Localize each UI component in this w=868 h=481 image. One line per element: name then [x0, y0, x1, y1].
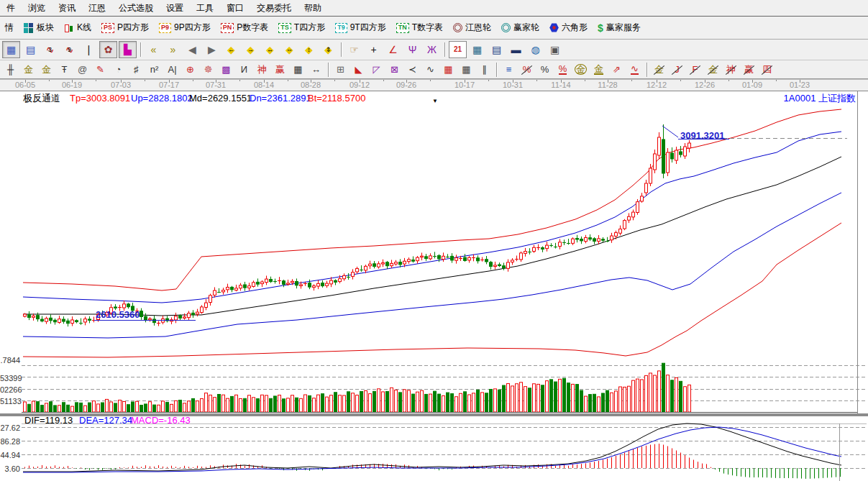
star-cycle-icon[interactable]: ☸: [200, 62, 216, 78]
gann-grid-red-icon[interactable]: ▦: [440, 62, 457, 78]
crosshair-tool-icon[interactable]: +: [365, 41, 383, 58]
x-grid-icon[interactable]: ⊠: [386, 62, 403, 78]
percent-line-icon[interactable]: %: [554, 62, 571, 78]
menu-item-7[interactable]: 窗口: [220, 2, 250, 14]
menu-item-8[interactable]: 交易委托: [250, 2, 298, 14]
quickbar-item-6[interactable]: TST四方形: [273, 22, 330, 34]
wave-3-icon[interactable]: ∿3: [41, 41, 59, 58]
si-angle-icon[interactable]: 四: [759, 62, 775, 78]
angle-measure-icon[interactable]: ∠: [384, 41, 402, 58]
hand-tool-icon[interactable]: ☞: [345, 41, 363, 58]
price-ruler-icon[interactable]: ▦: [290, 62, 306, 78]
expand-all-icon[interactable]: ◆⇕: [319, 41, 337, 58]
go-last-icon[interactable]: »: [164, 41, 182, 58]
menu-item-1[interactable]: 浏览: [22, 2, 52, 14]
compress-horizontal-icon[interactable]: ◆⇔: [280, 41, 298, 58]
gold-gann-2-icon[interactable]: 金: [38, 62, 55, 78]
stat-panel-icon[interactable]: ≡: [501, 62, 517, 78]
fractal-mark-icon[interactable]: И: [236, 62, 252, 78]
quote-list-icon[interactable]: ▤: [22, 41, 40, 58]
mirror-tool-icon[interactable]: A|: [164, 62, 181, 78]
expand-vertical-icon[interactable]: ◆↕: [300, 41, 318, 58]
axis-tick: [513, 80, 513, 83]
parallel-lines-icon[interactable]: ∥: [476, 62, 493, 78]
gold-angle-icon[interactable]: 金: [651, 62, 667, 78]
remote-pc-icon[interactable]: ▣: [546, 41, 564, 58]
ying-square-icon[interactable]: 赢: [272, 62, 288, 78]
page-left-icon[interactable]: ◀: [183, 41, 201, 58]
span-measure-icon[interactable]: ↔: [308, 62, 324, 78]
wave-tool-icon[interactable]: ∿: [626, 62, 643, 78]
chevron-down-icon[interactable]: ▼: [432, 96, 438, 106]
rect-tool-icon[interactable]: ⊞: [332, 62, 349, 78]
quickbar-item-4[interactable]: P99P四方形: [154, 22, 216, 34]
publish-web-icon[interactable]: ◍: [526, 41, 544, 58]
calendar-icon[interactable]: 21: [449, 41, 467, 58]
notepad-icon[interactable]: ▤: [488, 41, 506, 58]
f-angle-icon[interactable]: F: [687, 62, 703, 78]
grid-cross-icon[interactable]: ╫: [2, 62, 19, 78]
menu-item-5[interactable]: 设置: [160, 2, 190, 14]
quickbar-item-8[interactable]: TNT数字表: [391, 22, 448, 34]
quickbar-item-5[interactable]: PNP数字表: [216, 22, 274, 34]
spiral-icon[interactable]: @: [74, 62, 91, 78]
shen-angle-icon[interactable]: 神: [723, 62, 739, 78]
brush-icon[interactable]: ✎: [92, 62, 109, 78]
quickbar-item-1[interactable]: 板块: [19, 22, 59, 34]
indicator-value: Tp=3003.8091: [70, 93, 130, 104]
quickbar-item-2[interactable]: K线: [59, 22, 96, 34]
gold-angle-2-icon[interactable]: 金: [705, 62, 721, 78]
macd-value: DIF=119.13: [24, 416, 73, 426]
quickbar-item-7[interactable]: T99T四方形: [330, 22, 391, 34]
quickbar-item-9[interactable]: 江恩轮: [448, 22, 496, 34]
time-comb-icon[interactable]: ♯: [128, 62, 145, 78]
quickbar-item-10[interactable]: 赢家轮: [496, 22, 544, 34]
menu-item-4[interactable]: 公式选股: [112, 2, 160, 14]
measure-pen-icon[interactable]: ⇗: [608, 62, 625, 78]
gann-clock-icon[interactable]: ◔: [110, 62, 127, 78]
quickbar-item-12[interactable]: $赢家服务: [593, 22, 646, 34]
gann-shape-1-icon[interactable]: Ψ: [403, 41, 421, 58]
go-first-icon[interactable]: «: [145, 41, 163, 58]
volume-style-icon[interactable]: ▙: [119, 41, 137, 58]
shift-left-icon[interactable]: ◆←: [222, 41, 240, 58]
chart-window-icon[interactable]: ▦: [2, 41, 20, 58]
gold-circle-icon[interactable]: 金: [572, 62, 589, 78]
save-icon[interactable]: ▬: [507, 41, 525, 58]
gann-shape-2-icon[interactable]: Ж: [423, 41, 441, 58]
n-square-icon[interactable]: n²: [146, 62, 163, 78]
speed-fan-icon[interactable]: ◣: [350, 62, 367, 78]
kline-period-icon[interactable]: ❘▾: [80, 41, 98, 58]
percent-fan-icon[interactable]: %: [518, 62, 535, 78]
quickbar-item-3[interactable]: PSP四方形: [96, 22, 154, 34]
axis-minor-tick: [193, 80, 193, 81]
expand-horizontal-icon[interactable]: ◆↔: [261, 41, 279, 58]
menu-item-0[interactable]: 件: [0, 2, 22, 14]
menu-item-3[interactable]: 江恩: [82, 2, 112, 14]
quickbar-item-11[interactable]: 六角形: [544, 22, 593, 34]
axis-label: 3.60: [0, 464, 20, 474]
page-right-icon[interactable]: ▶: [203, 41, 221, 58]
pattern-select-icon[interactable]: ✿: [99, 41, 117, 58]
shen-square-icon[interactable]: 神: [254, 62, 270, 78]
quickbar-item-0[interactable]: 情: [0, 22, 19, 34]
fan-box-icon[interactable]: ◸: [368, 62, 385, 78]
menu-item-2[interactable]: 资讯: [52, 2, 82, 14]
ying-angle-icon[interactable]: 赢: [741, 62, 757, 78]
wave-9-icon[interactable]: ∿9: [60, 41, 78, 58]
percent-icon[interactable]: %: [536, 62, 553, 78]
indicator-name[interactable]: 极反通道: [23, 93, 60, 104]
shift-right-icon[interactable]: ◆→: [242, 41, 260, 58]
grid-rays-icon[interactable]: ▩: [218, 62, 234, 78]
menu-item-6[interactable]: 工具: [190, 2, 220, 14]
gold-level-icon[interactable]: 金: [590, 62, 607, 78]
menu-item-9[interactable]: 帮助: [298, 2, 328, 14]
gann-grid-icon[interactable]: ▦: [458, 62, 475, 78]
circle-cross-icon[interactable]: ⊕: [182, 62, 198, 78]
ray-lines-icon[interactable]: ≺: [404, 62, 421, 78]
j-angle-icon[interactable]: J: [669, 62, 685, 78]
zigzag-wave-icon[interactable]: ∿: [422, 62, 439, 78]
time-cycle-icon[interactable]: Ŧ: [56, 62, 73, 78]
gold-gann-1-icon[interactable]: 金: [20, 62, 37, 78]
calculator-icon[interactable]: ▦: [468, 41, 486, 58]
